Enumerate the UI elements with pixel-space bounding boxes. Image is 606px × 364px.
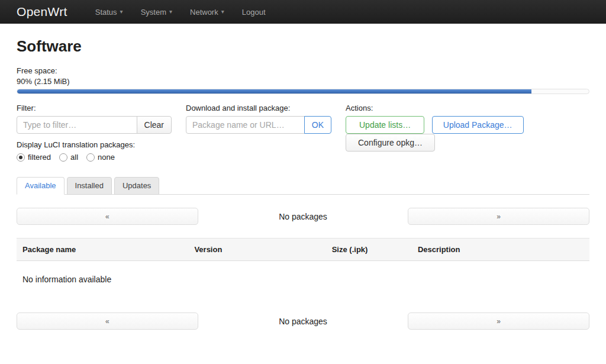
radio-label: filtered	[28, 153, 51, 162]
download-label: Download and install package:	[186, 104, 331, 112]
nav-item-label: System	[141, 8, 166, 17]
nav-item-logout[interactable]: Logout	[233, 8, 275, 17]
nav-item-status[interactable]: Status ▾	[86, 8, 132, 17]
table-header-row: Package name Version Size (.ipk) Descrip…	[17, 239, 589, 261]
radio-none-input[interactable]	[86, 153, 95, 162]
free-space-progressbar	[17, 89, 589, 94]
tab-installed[interactable]: Installed	[67, 177, 112, 195]
translation-radio-group: filtered all none	[17, 153, 172, 162]
nav-item-label: Status	[95, 8, 117, 17]
radio-all[interactable]: all	[59, 153, 78, 162]
actions-label: Actions:	[346, 104, 589, 112]
chevron-down-icon: ▾	[221, 9, 224, 15]
table-empty-row: No information available	[17, 261, 589, 300]
actions-section: Actions: Update lists… Upload Package… C…	[346, 104, 589, 152]
column-header-package-name: Package name	[17, 239, 188, 261]
nav-item-system[interactable]: System ▾	[132, 8, 181, 17]
pager-prev-button[interactable]: «	[17, 313, 198, 330]
tab-updates[interactable]: Updates	[114, 177, 159, 195]
pagination-top: « No packages »	[17, 208, 589, 225]
controls-row: Filter: Clear Display LuCI translation p…	[17, 104, 589, 162]
nav-item-network[interactable]: Network ▾	[181, 8, 233, 17]
column-header-version: Version	[188, 239, 325, 261]
actions-buttons: Update lists… Upload Package… Configure …	[346, 116, 589, 152]
nav-item-label: Logout	[242, 8, 266, 17]
progressbar-fill	[17, 89, 531, 94]
update-lists-button[interactable]: Update lists…	[346, 116, 424, 134]
empty-message: No information available	[17, 261, 589, 300]
download-input-group: OK	[186, 116, 331, 134]
pager-status: No packages	[198, 317, 408, 326]
column-header-description: Description	[412, 239, 589, 261]
radio-all-input[interactable]	[59, 153, 67, 162]
pager-status: No packages	[198, 212, 408, 221]
free-space-label: Free space:	[17, 66, 589, 76]
pager-next-button[interactable]: »	[408, 313, 589, 330]
tab-available[interactable]: Available	[17, 177, 65, 195]
package-url-input[interactable]	[186, 116, 305, 134]
page-content: Software Free space: 90% (2.15 MiB) Filt…	[0, 24, 606, 330]
free-space-section: Free space: 90% (2.15 MiB)	[17, 66, 589, 94]
package-table: Package name Version Size (.ipk) Descrip…	[17, 238, 589, 299]
pager-prev-button[interactable]: «	[17, 208, 198, 225]
column-header-size: Size (.ipk)	[326, 239, 412, 261]
download-section: Download and install package: OK	[186, 104, 331, 134]
pager-next-button[interactable]: »	[408, 208, 589, 225]
filter-input-group: Clear	[17, 116, 172, 134]
top-navbar: OpenWrt Status ▾ System ▾ Network ▾ Logo…	[0, 0, 606, 24]
radio-label: all	[70, 153, 78, 162]
radio-label: none	[98, 153, 115, 162]
radio-none[interactable]: none	[86, 153, 115, 162]
filter-input[interactable]	[17, 116, 137, 134]
radio-filtered-input[interactable]	[17, 153, 25, 162]
chevron-down-icon: ▾	[169, 9, 172, 15]
configure-opkg-button[interactable]: Configure opkg…	[346, 134, 435, 152]
upload-package-button[interactable]: Upload Package…	[432, 116, 524, 134]
chevron-down-icon: ▾	[120, 9, 123, 15]
brand-logo[interactable]: OpenWrt	[17, 5, 67, 19]
pagination-bottom: « No packages »	[17, 313, 589, 330]
package-tabs: Available Installed Updates	[17, 177, 589, 195]
page-title: Software	[17, 37, 589, 56]
filter-label: Filter:	[17, 104, 172, 112]
translation-label: Display LuCI translation packages:	[17, 140, 172, 149]
radio-filtered[interactable]: filtered	[17, 153, 51, 162]
translation-section: Display LuCI translation packages: filte…	[17, 140, 172, 162]
nav-item-label: Network	[190, 8, 218, 17]
clear-button[interactable]: Clear	[137, 116, 172, 134]
ok-button[interactable]: OK	[304, 116, 331, 134]
free-space-value: 90% (2.15 MiB)	[17, 76, 589, 87]
filter-section: Filter: Clear Display LuCI translation p…	[17, 104, 172, 162]
